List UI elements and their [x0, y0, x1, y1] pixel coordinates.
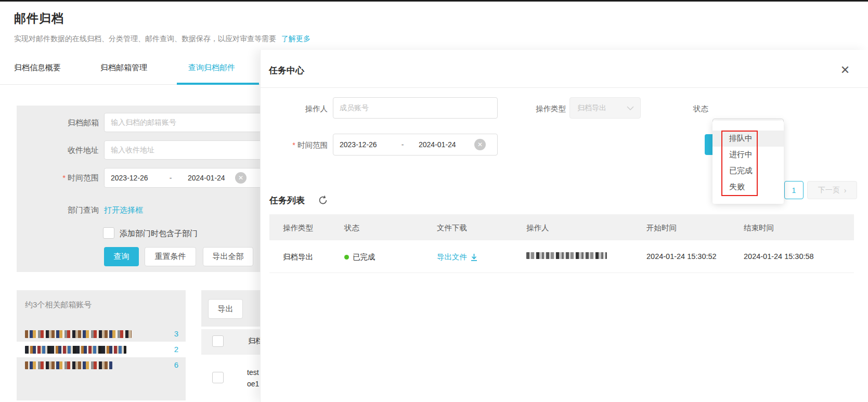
account-count: 6	[174, 360, 178, 369]
status-dot-green	[344, 255, 349, 260]
tc-time-range-label: *时间范围	[268, 140, 328, 150]
col-file-download: 文件下载	[437, 223, 467, 233]
cell-status-text: 已完成	[353, 253, 375, 261]
account-count: 2	[174, 345, 178, 354]
archive-mailbox-label: 归档邮箱	[31, 118, 99, 128]
operator-label: 操作人	[268, 104, 328, 114]
related-account-row[interactable]: 6	[17, 357, 186, 373]
include-subdept-label: 添加部门时包含子部门	[120, 229, 198, 239]
status-label: 状态	[666, 104, 708, 114]
chevron-down-icon	[627, 106, 634, 110]
time-range-label-text: 时间范围	[68, 173, 99, 182]
pagination-next-button: 下一页 ›	[807, 181, 857, 199]
redacted-email-mosaic	[25, 330, 132, 338]
row-checkbox[interactable]	[212, 372, 224, 383]
cell-status: 已完成	[344, 252, 375, 262]
recipient-placeholder: 输入收件地址	[111, 146, 154, 155]
tc-time-start-value[interactable]: 2023-12-26	[340, 140, 394, 149]
pagination-page-1[interactable]: 1	[784, 181, 804, 199]
redacted-email-mosaic	[25, 361, 112, 369]
search-button[interactable]: 查询	[104, 247, 139, 266]
redacted-operator-mosaic	[526, 252, 607, 259]
col-op-type: 操作类型	[283, 223, 313, 233]
tc-time-separator: -	[394, 140, 411, 149]
learn-more-link[interactable]: 了解更多	[281, 34, 310, 43]
tc-time-range-input[interactable]: 2023-12-26 - 2024-01-24	[333, 134, 498, 155]
page-subtitle-text: 实现对邮件数据的在线归档、分类管理、邮件查询、数据保存，以应对审查等需要	[14, 34, 276, 43]
related-account-row[interactable]: 2	[17, 342, 186, 357]
op-type-select: 归档导出	[569, 97, 641, 119]
refresh-icon[interactable]	[318, 195, 328, 205]
download-icon	[470, 253, 478, 262]
export-all-button[interactable]: 导出全部	[203, 247, 253, 266]
cell-operator-redacted	[526, 252, 607, 261]
task-table-header: 操作类型 状态 文件下载 操作人 开始时间 结束时间	[269, 214, 854, 240]
task-list-title: 任务列表	[269, 194, 305, 206]
include-subdept-checkbox[interactable]	[103, 227, 114, 239]
tab-query-archived-mail[interactable]: 查询归档邮件	[188, 63, 235, 73]
export-file-link-text: 导出文件	[437, 252, 467, 262]
related-accounts-header: 约3个相关邮箱账号	[25, 300, 92, 310]
recipient-label: 收件地址	[31, 146, 99, 155]
tc-time-range-label-text: 时间范围	[297, 141, 328, 149]
select-all-checkbox[interactable]	[212, 335, 224, 347]
pagination-next-label: 下一页	[818, 186, 840, 195]
op-type-value: 归档导出	[577, 103, 606, 113]
required-marker: *	[292, 141, 295, 149]
chevron-right-icon: ›	[844, 186, 847, 194]
col-status: 状态	[344, 223, 359, 233]
tab-archive-mailbox-management[interactable]: 归档邮箱管理	[100, 63, 147, 73]
time-start-value[interactable]: 2023-12-26	[111, 174, 163, 182]
archive-mailbox-input[interactable]: 输入归档的邮箱账号	[104, 113, 266, 132]
redacted-email-mosaic	[25, 346, 126, 354]
page-title: 邮件归档	[14, 10, 64, 27]
op-type-label: 操作类型	[520, 104, 566, 114]
window-top-edge	[0, 0, 868, 2]
mail-row-text-line1: test	[247, 368, 259, 377]
archive-mailbox-placeholder: 输入归档的邮箱账号	[111, 118, 176, 127]
close-icon[interactable]: ✕	[837, 62, 853, 78]
cell-start-time: 2024-01-24 15:30:52	[646, 252, 717, 261]
panel-divider	[261, 87, 868, 88]
col-end-time: 结束时间	[744, 223, 774, 233]
related-account-row[interactable]: 3	[17, 326, 186, 342]
department-label: 部门查询	[31, 205, 99, 215]
time-range-label: *时间范围	[31, 173, 99, 183]
account-count: 3	[174, 329, 178, 338]
tab-archive-overview[interactable]: 归档信息概要	[14, 63, 61, 73]
export-file-link[interactable]: 导出文件	[437, 252, 478, 262]
time-separator: -	[163, 174, 178, 182]
cell-end-time: 2024-01-24 15:30:58	[744, 252, 814, 261]
annotation-highlight-box	[721, 131, 758, 196]
col-start-time: 开始时间	[646, 223, 677, 233]
department-open-selector-link[interactable]: 打开选择框	[104, 205, 143, 215]
required-marker: *	[62, 173, 66, 182]
page-subtitle: 实现对邮件数据的在线归档、分类管理、邮件查询、数据保存，以应对审查等需要了解更多	[14, 34, 310, 44]
recipient-input[interactable]: 输入收件地址	[104, 140, 266, 160]
task-center-title: 任务中心	[269, 64, 304, 76]
export-button[interactable]: 导出	[208, 299, 243, 319]
col-operator: 操作人	[526, 223, 549, 233]
cell-op-type: 归档导出	[283, 252, 313, 262]
operator-placeholder: 成员账号	[340, 103, 369, 113]
tc-time-end-value[interactable]: 2024-01-24	[419, 140, 456, 149]
mail-row-text-line2: oe1	[247, 380, 259, 388]
clear-date-icon[interactable]: ✕	[235, 172, 247, 184]
task-table-row: 归档导出 已完成 导出文件 2024-01-24 15:30:52 2024-0…	[269, 240, 854, 273]
tc-clear-date-icon[interactable]: ✕	[474, 139, 486, 150]
time-end-value[interactable]: 2024-01-24	[188, 174, 225, 182]
active-tab-underline	[177, 83, 259, 85]
reset-button[interactable]: 重置条件	[145, 247, 196, 266]
operator-input[interactable]: 成员账号	[333, 97, 498, 119]
